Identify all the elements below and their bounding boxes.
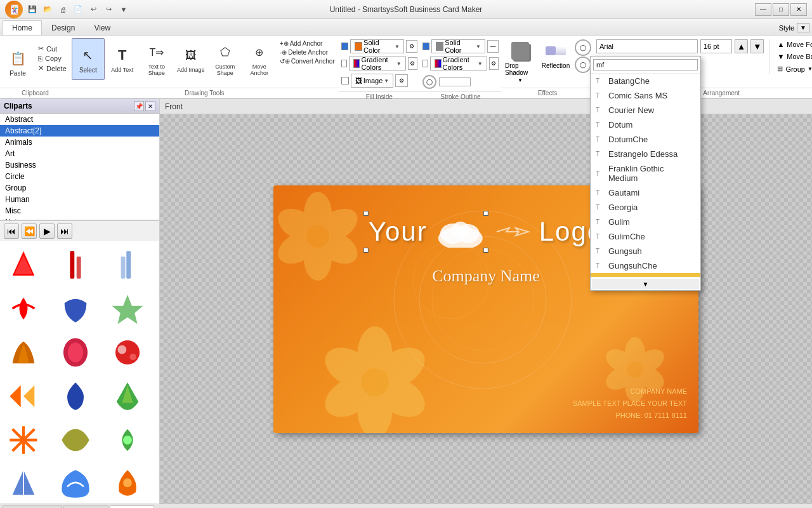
font-item-georgia[interactable]: T Georgia xyxy=(591,200,700,215)
category-item-selected[interactable]: Abstract[2] xyxy=(0,125,159,137)
handle-bl[interactable] xyxy=(363,248,369,253)
add-image-button[interactable]: 🖼 Add Image xyxy=(174,38,207,80)
maximize-button[interactable]: □ xyxy=(773,3,789,16)
custom-shape-button[interactable]: ⬠ Custom Shape xyxy=(209,38,242,80)
clip-item[interactable] xyxy=(55,331,96,373)
stroke-opacity-circle[interactable]: ◯ xyxy=(422,75,436,89)
drop-shadow-button[interactable]: Drop Shadow ▼ xyxy=(504,39,537,84)
font-item-dotumche[interactable]: T DotumChe xyxy=(591,132,700,147)
style-dropdown[interactable]: ▼ xyxy=(797,23,809,32)
category-item[interactable]: Human xyxy=(0,194,159,205)
canvas-wrapper[interactable]: Your Logo xyxy=(160,114,812,504)
tab-shapes[interactable]: Shapes xyxy=(63,505,108,508)
effect-opacity1[interactable]: ◯ xyxy=(575,39,591,56)
fill-solid-options[interactable]: ⚙ xyxy=(406,40,417,53)
font-item-dotum[interactable]: T Dotum xyxy=(591,117,700,132)
handle-tl[interactable] xyxy=(363,211,369,216)
handle-tm[interactable] xyxy=(483,211,488,216)
handle-bm[interactable] xyxy=(483,248,488,253)
cut-button[interactable]: ✂ Cut xyxy=(36,44,69,53)
category-item[interactable]: Art xyxy=(0,148,159,159)
select-button[interactable]: ↖ Select xyxy=(72,38,105,80)
stroke-line-style[interactable]: — xyxy=(487,40,499,53)
font-item-batangche[interactable]: T BatangChe xyxy=(591,74,700,88)
clip-item[interactable] xyxy=(107,331,148,373)
clip-item[interactable] xyxy=(107,288,148,329)
company-name-text[interactable]: Company Name xyxy=(432,267,540,286)
fill-gradient-options[interactable]: ⚙ xyxy=(408,57,417,70)
tab-view[interactable]: View xyxy=(84,20,120,35)
qa-undo[interactable]: ↩ xyxy=(86,3,100,16)
group-button[interactable]: ⊞ Group ▼ xyxy=(775,64,812,74)
text-to-shape-button[interactable]: T⇒ Text to Shape xyxy=(140,38,173,80)
tab-cliparts[interactable]: Cliparts xyxy=(110,505,155,508)
clip-item[interactable] xyxy=(55,244,96,285)
nav-play[interactable]: ▶ xyxy=(39,224,55,239)
font-size-input[interactable] xyxy=(700,39,732,53)
clip-item[interactable] xyxy=(107,375,148,417)
move-forward-button[interactable]: ▲ Move Forward ▼ xyxy=(775,39,812,50)
clip-item[interactable] xyxy=(55,375,96,417)
clip-item[interactable] xyxy=(107,419,148,460)
nav-first[interactable]: ⏮ xyxy=(4,224,19,239)
font-dropdown-scroll-down[interactable]: ▼ xyxy=(592,279,699,289)
quick-access-toolbar[interactable]: 💾 📂 🖨 📄 ↩ ↪ ▼ xyxy=(25,3,131,16)
move-backward-button[interactable]: ▼ Move Backward ▼ xyxy=(775,51,812,62)
font-item-gulim[interactable]: T Gulim xyxy=(591,215,700,229)
effect-opacity2[interactable]: ◯ xyxy=(575,57,591,73)
clip-item[interactable] xyxy=(3,419,44,460)
font-size-down[interactable]: ▼ xyxy=(750,39,764,53)
delete-anchor-button[interactable]: -⊕ Delete Anchor xyxy=(277,48,337,57)
fill-image-button[interactable]: 🖼 Image ▼ xyxy=(351,74,394,88)
category-item[interactable]: Circle xyxy=(0,171,159,182)
category-item[interactable]: Group xyxy=(0,182,159,194)
delete-button[interactable]: ✕ Delete xyxy=(36,64,69,73)
font-item-estrangelo[interactable]: T Estrangelo Edessa xyxy=(591,147,700,161)
stroke-gradient-button[interactable]: Gradient Colors ▼ xyxy=(430,57,487,70)
font-item-gungsuh[interactable]: T Gungsuh xyxy=(591,244,700,258)
clip-item[interactable] xyxy=(3,244,44,285)
category-list[interactable]: Abstract Abstract[2] Animals Art Busines… xyxy=(0,114,159,220)
close-button[interactable]: ✕ xyxy=(790,3,807,16)
qa-print[interactable]: 🖨 xyxy=(56,3,70,16)
clip-item[interactable] xyxy=(107,244,148,285)
category-item[interactable]: Animals xyxy=(0,137,159,148)
tab-design[interactable]: Design xyxy=(42,20,84,35)
minimize-button[interactable]: — xyxy=(755,3,771,16)
add-anchor-button[interactable]: +⊕ Add Anchor xyxy=(277,39,337,48)
clip-item[interactable] xyxy=(55,463,96,504)
add-text-button[interactable]: T Add Text xyxy=(106,38,139,80)
clip-item[interactable] xyxy=(3,331,44,373)
stroke-solid-check[interactable] xyxy=(422,43,429,50)
fill-gradient-button[interactable]: Gradient Colors ▼ xyxy=(349,57,406,70)
stroke-opacity-slider[interactable] xyxy=(439,77,471,86)
tab-background[interactable]: Background xyxy=(3,505,62,508)
qa-new[interactable]: 📄 xyxy=(71,3,85,16)
drop-shadow-dropdown[interactable]: ▼ xyxy=(518,77,523,83)
qa-open[interactable]: 📂 xyxy=(41,3,55,16)
fill-solid-color-button[interactable]: Solid Color ▼ xyxy=(350,39,404,53)
font-item-gulimche[interactable]: T GulimChe xyxy=(591,229,700,244)
font-size-up[interactable]: ▲ xyxy=(735,39,748,53)
qa-save[interactable]: 💾 xyxy=(25,3,39,16)
font-search-input[interactable] xyxy=(594,60,697,70)
reflection-button[interactable]: Reflection xyxy=(539,39,572,70)
nav-prev[interactable]: ⏪ xyxy=(22,224,37,239)
clip-item[interactable] xyxy=(3,463,44,504)
move-anchor-button[interactable]: ⊕ Move Anchor xyxy=(243,38,276,80)
clip-item[interactable] xyxy=(3,288,44,329)
cliparts-pin[interactable]: 📌 xyxy=(134,101,144,111)
stroke-solid-button[interactable]: Solid Color ▼ xyxy=(431,39,485,53)
copy-button[interactable]: ⎘ Copy xyxy=(36,54,69,63)
font-item-franklingothic[interactable]: T Franklin Gothic Medium xyxy=(591,161,700,185)
stroke-gradient-check[interactable] xyxy=(422,60,428,67)
category-item[interactable]: Business xyxy=(0,159,159,171)
logo-area[interactable]: Your Logo xyxy=(369,216,603,248)
font-item-couriernew[interactable]: T Courier New xyxy=(591,103,700,117)
qa-redo[interactable]: ↪ xyxy=(102,3,115,16)
convert-anchor-button[interactable]: ↺⊕ Convert Anchor xyxy=(277,57,337,65)
font-item-comicsans[interactable]: T Comic Sans MS xyxy=(591,88,700,103)
clip-item[interactable] xyxy=(3,375,44,417)
clip-item[interactable] xyxy=(55,419,96,460)
clip-item[interactable] xyxy=(107,463,148,504)
